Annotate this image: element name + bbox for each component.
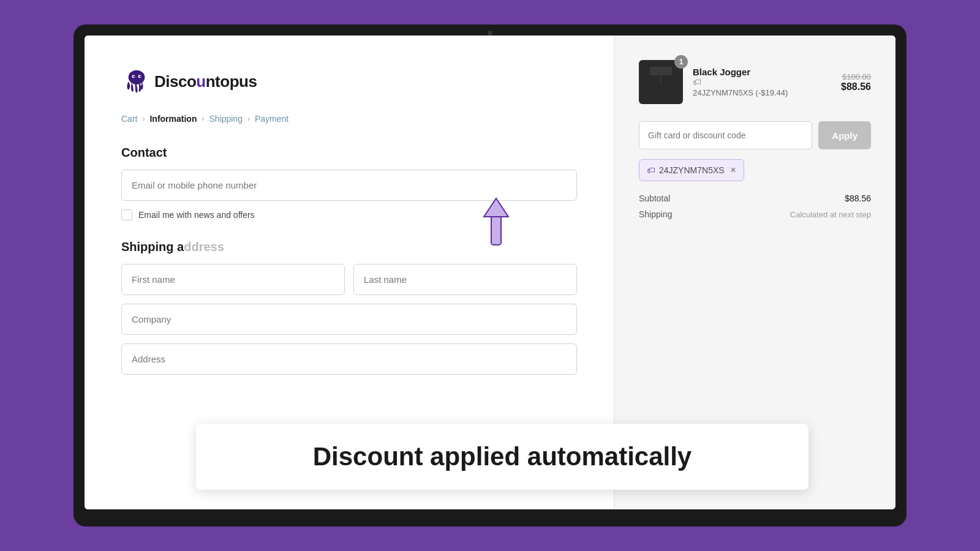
product-image-wrap: 1 xyxy=(639,60,683,104)
first-name-input[interactable] xyxy=(121,264,345,295)
shipping-label: Shipping xyxy=(639,209,673,219)
product-info: Black Jogger 🏷 24JZYNM7N5XS (-$19.44) xyxy=(693,67,831,97)
subtotal-line: Subtotal $88.56 xyxy=(639,193,871,203)
discounted-price: $88.56 xyxy=(841,81,871,92)
remove-code-button[interactable]: × xyxy=(731,165,736,176)
shipping-value: Calculated at next step xyxy=(790,210,871,219)
applied-code-tag: 🏷 24JZYNM7N5XS × xyxy=(639,159,744,181)
email-checkbox[interactable] xyxy=(121,209,132,220)
discount-code-row: Apply xyxy=(639,121,871,149)
svg-point-3 xyxy=(134,75,135,77)
breadcrumb-sep-2: › xyxy=(202,114,204,123)
breadcrumb-information[interactable]: Information xyxy=(149,114,197,124)
original-price: $100.00 xyxy=(841,72,871,81)
applied-code-text: 24JZYNM7N5XS xyxy=(659,165,725,175)
breadcrumb-sep-3: › xyxy=(247,114,250,123)
camera-dot xyxy=(488,31,492,36)
name-row xyxy=(121,264,577,304)
breadcrumb-payment[interactable]: Payment xyxy=(255,114,288,124)
order-summary-panel: 1 Black Jogger 🏷 24JZYNM7N5XS (-$19.44) xyxy=(614,36,895,509)
logo-area: Discountopus xyxy=(121,66,577,97)
breadcrumb-cart[interactable]: Cart xyxy=(121,114,137,124)
logo-text: Discountopus xyxy=(154,72,257,91)
address-input[interactable] xyxy=(121,343,577,375)
svg-point-4 xyxy=(140,75,141,77)
breadcrumb-sep-1: › xyxy=(142,114,145,123)
breadcrumb: Cart › Information › Shipping › Payment xyxy=(121,114,577,124)
email-phone-input[interactable] xyxy=(121,170,577,201)
apply-button[interactable]: Apply xyxy=(818,121,871,149)
svg-point-0 xyxy=(129,70,145,84)
last-name-input[interactable] xyxy=(353,264,577,295)
shipping-section-title: Shipping address xyxy=(121,240,577,254)
discount-code-input[interactable] xyxy=(639,121,812,149)
screen: Discountopus Cart › Information › Shippi… xyxy=(85,36,895,509)
product-image-svg xyxy=(647,66,674,99)
discount-tag-icon: 🏷 xyxy=(693,77,831,87)
email-checkbox-row: Email me with news and offers xyxy=(121,209,577,220)
breadcrumb-shipping[interactable]: Shipping xyxy=(209,114,243,124)
subtotal-label: Subtotal xyxy=(639,193,670,203)
laptop-frame: Discountopus Cart › Information › Shippi… xyxy=(74,24,907,527)
product-prices: $100.00 $88.56 xyxy=(841,72,871,92)
tag-icon: 🏷 xyxy=(647,165,655,175)
product-row: 1 Black Jogger 🏷 24JZYNM7N5XS (-$19.44) xyxy=(639,60,871,104)
svg-rect-5 xyxy=(650,67,672,75)
product-badge: 1 xyxy=(674,55,688,69)
subtotal-value: $88.56 xyxy=(845,193,871,203)
contact-section-title: Contact xyxy=(121,146,577,160)
applied-code-row: 🏷 24JZYNM7N5XS × xyxy=(639,159,871,181)
shipping-line: Shipping Calculated at next step xyxy=(639,209,871,219)
email-checkbox-label: Email me with news and offers xyxy=(138,210,255,220)
checkout-left-panel: Discountopus Cart › Information › Shippi… xyxy=(85,36,614,509)
company-input[interactable] xyxy=(121,304,577,335)
logo-icon xyxy=(121,66,152,97)
product-code: 24JZYNM7N5XS (-$19.44) xyxy=(693,88,831,97)
product-name: Black Jogger xyxy=(693,67,831,77)
